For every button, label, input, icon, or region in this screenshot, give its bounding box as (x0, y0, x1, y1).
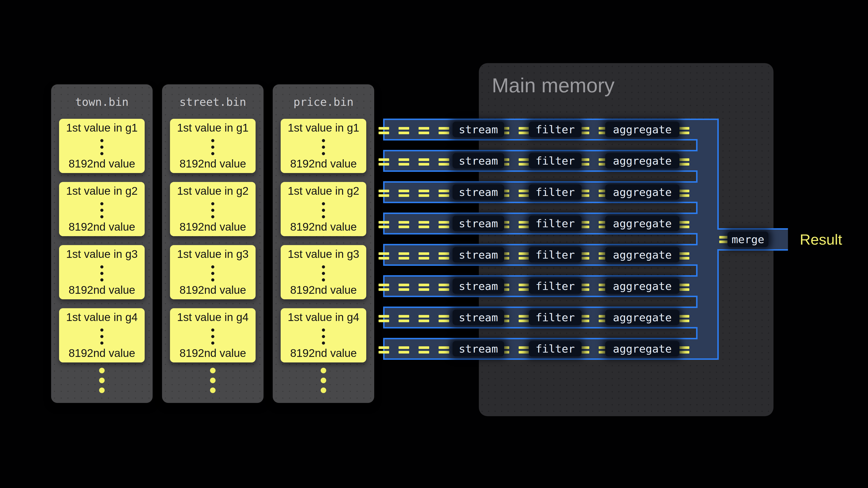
data-flow-dash (418, 127, 429, 134)
pipeline-thread-row: streamfilteraggregate (0, 307, 868, 328)
aggregate-operator-box: aggregate (605, 153, 679, 168)
filter-operator-box: filter (529, 153, 582, 168)
aggregate-operator-box: aggregate (605, 184, 679, 200)
data-flow-dash (519, 190, 529, 197)
data-flow-dash (378, 346, 389, 354)
data-flow-dash (399, 190, 409, 197)
data-flow-dash (679, 190, 689, 197)
aggregate-operator-box: aggregate (605, 341, 679, 356)
data-flow-dash (378, 221, 389, 228)
data-flow-dash (439, 252, 449, 260)
aggregate-operator-box: aggregate (605, 278, 679, 294)
data-flow-dash (439, 221, 449, 228)
data-flow-dash (399, 127, 409, 134)
data-flow-dash (399, 221, 409, 228)
stream-operator-box: stream (453, 184, 504, 200)
aggregate-operator-box: aggregate (605, 122, 679, 137)
data-flow-dash (378, 190, 389, 197)
data-flow-dash (439, 127, 449, 134)
pipeline-thread-row: streamfilteraggregate (0, 338, 868, 359)
merge-operator-box: merge (727, 232, 768, 247)
data-flow-dash (519, 346, 529, 354)
data-flow-dash (399, 346, 409, 354)
data-flow-dash (399, 252, 409, 260)
pipeline-thread-row: streamfilteraggregate (0, 119, 868, 140)
data-flow-dash (439, 190, 449, 197)
data-flow-dash (439, 346, 449, 354)
data-flow-dash (519, 284, 529, 291)
data-flow-dash (519, 158, 529, 166)
data-flow-dash (418, 158, 429, 166)
pipeline-thread-row: streamfilteraggregate (0, 276, 868, 296)
data-flow-dash (418, 346, 429, 354)
filter-operator-box: filter (529, 310, 582, 325)
data-flow-dash (378, 315, 389, 322)
data-flow-dash (679, 221, 689, 228)
data-flow-dash (399, 158, 409, 166)
data-flow-dash (519, 252, 529, 260)
diagram-stage: town.bin1st value in g18192nd value1st v… (0, 0, 868, 488)
data-flow-dash (378, 127, 389, 134)
data-flow-dash (399, 284, 409, 291)
data-flow-dash (679, 346, 689, 354)
data-flow-dash (679, 158, 689, 166)
data-flow-dash (418, 252, 429, 260)
data-flow-dash (399, 315, 409, 322)
pipeline-thread-row: streamfilteraggregate (0, 151, 868, 171)
filter-operator-box: filter (529, 341, 582, 356)
data-flow-dash (679, 315, 689, 322)
data-flow-dash (418, 190, 429, 197)
data-flow-dash (519, 127, 529, 134)
stream-operator-box: stream (453, 278, 504, 294)
stream-operator-box: stream (453, 341, 504, 356)
stream-operator-box: stream (453, 122, 504, 137)
merge-strip: merge (0, 229, 868, 250)
stream-operator-box: stream (453, 310, 504, 325)
stream-operator-box: stream (453, 153, 504, 168)
data-flow-dash (418, 315, 429, 322)
data-flow-dash (439, 158, 449, 166)
data-flow-dash (378, 284, 389, 291)
data-flow-dash (679, 252, 689, 260)
data-flow-dash (378, 252, 389, 260)
pipeline-thread-row: streamfilteraggregate (0, 182, 868, 202)
data-flow-dash (418, 284, 429, 291)
data-flow-dash (439, 315, 449, 322)
filter-operator-box: filter (529, 122, 582, 137)
data-flow-dash (418, 221, 429, 228)
data-flow-dash (519, 315, 529, 322)
data-flow-dash (519, 221, 529, 228)
data-flow-dash (378, 158, 389, 166)
aggregate-operator-box: aggregate (605, 310, 679, 325)
data-flow-dash (439, 284, 449, 291)
filter-operator-box: filter (529, 184, 582, 200)
filter-operator-box: filter (529, 278, 582, 294)
data-flow-dash (679, 127, 689, 134)
data-flow-dash (679, 284, 689, 291)
result-label: Result (800, 232, 842, 247)
